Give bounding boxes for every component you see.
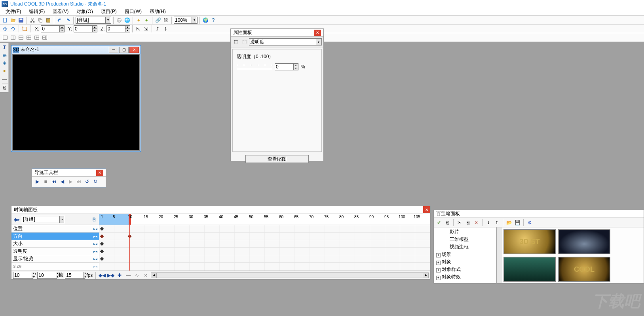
attribute-combo[interactable]: 透明度▾ bbox=[249, 38, 322, 45]
undo-icon[interactable] bbox=[56, 17, 63, 24]
tr-copy-icon[interactable]: ⎘ bbox=[464, 219, 471, 226]
graph-b-icon[interactable]: ⤵ bbox=[162, 25, 169, 32]
save-icon[interactable] bbox=[17, 17, 25, 24]
prop-row-opacity[interactable]: 透明度▸◂ bbox=[11, 248, 99, 255]
scale-icon[interactable] bbox=[21, 25, 28, 32]
scroll-left-icon[interactable]: ◀ bbox=[151, 273, 157, 278]
menu-file[interactable]: 文件(F) bbox=[2, 8, 25, 16]
viewport-canvas[interactable] bbox=[12, 54, 140, 151]
tree-item-3dmodel[interactable]: 三维模型 bbox=[434, 236, 496, 243]
maximize-button[interactable]: ▢ bbox=[119, 47, 129, 53]
align-b-icon[interactable]: ⇲ bbox=[142, 25, 150, 32]
tree-scrollbar[interactable] bbox=[496, 227, 502, 283]
tree-item-movie[interactable]: 影片 bbox=[434, 228, 496, 236]
prop-row-showhide[interactable]: 显示/隐藏▸◂ bbox=[11, 255, 99, 263]
globe-icon[interactable] bbox=[116, 17, 123, 24]
loop-back-icon[interactable]: ↺ bbox=[84, 178, 91, 185]
thumbnail-item[interactable]: 3D ST bbox=[503, 229, 556, 254]
link-icon[interactable]: 🔗 bbox=[154, 17, 161, 24]
tl-curve-b-icon[interactable]: ⤨ bbox=[142, 272, 149, 279]
tr-open-folder-icon[interactable]: 📂 bbox=[505, 219, 513, 226]
opacity-input[interactable]: ▲▼ bbox=[275, 63, 298, 70]
copy-icon[interactable] bbox=[37, 17, 44, 24]
cut-icon[interactable] bbox=[29, 17, 36, 24]
align-a-icon[interactable]: ⇱ bbox=[135, 25, 142, 32]
paste-icon[interactable] bbox=[45, 17, 52, 24]
timeline-close-icon[interactable]: ✕ bbox=[423, 206, 430, 213]
first-frame-icon[interactable]: ⏮ bbox=[50, 178, 57, 185]
menu-view[interactable]: 查看(V) bbox=[49, 8, 72, 16]
scroll-right-icon[interactable]: ▶ bbox=[423, 273, 428, 278]
prop-row-scale[interactable]: 大小▸◂ bbox=[11, 240, 99, 248]
thumbnail-item[interactable] bbox=[558, 229, 610, 254]
apply-icon[interactable]: ✔ bbox=[435, 219, 443, 226]
layout-3-icon[interactable] bbox=[17, 34, 25, 41]
play-icon[interactable]: ▶ bbox=[34, 178, 41, 185]
z-input[interactable]: ▲▼ bbox=[106, 25, 130, 32]
redo-icon[interactable] bbox=[64, 17, 71, 24]
medal-green-icon[interactable]: ● bbox=[143, 17, 150, 24]
add-item-icon[interactable]: ⎘ bbox=[444, 219, 451, 226]
web-icon[interactable]: 🌍 bbox=[202, 17, 209, 24]
tr-import-icon[interactable]: ⤓ bbox=[485, 219, 492, 226]
x-input[interactable]: ▲▼ bbox=[41, 25, 65, 32]
rect-tool-icon[interactable]: ▬ bbox=[1, 75, 8, 82]
group-combo[interactable]: [群组]▾ bbox=[76, 17, 111, 24]
close-button[interactable]: ✕ bbox=[129, 47, 139, 53]
timeline-scrollbar[interactable]: ◀ ▶ bbox=[151, 272, 429, 278]
last-frame-icon[interactable]: ⏭ bbox=[75, 178, 82, 185]
import-tool-icon[interactable]: ⎘ bbox=[1, 84, 8, 91]
frame-current-input[interactable]: ▲▼ bbox=[13, 272, 33, 279]
fps-input[interactable]: ▲▼ bbox=[65, 272, 85, 279]
tl-del-key-icon[interactable]: — bbox=[125, 272, 132, 279]
zoom-combo[interactable]: 100%▾ bbox=[174, 17, 198, 24]
layout-6-icon[interactable] bbox=[41, 34, 48, 41]
new-file-icon[interactable] bbox=[2, 17, 9, 24]
timeline-group-combo[interactable]: [群组]▾ bbox=[22, 216, 65, 223]
tl-collapse-icon[interactable]: ◆▸ bbox=[13, 216, 20, 223]
thumbnail-item[interactable] bbox=[503, 257, 556, 282]
tr-cut-icon[interactable]: ✂ bbox=[456, 219, 463, 226]
chain-icon[interactable]: ⛓ bbox=[162, 17, 169, 24]
tl-add-key-icon[interactable]: ✚ bbox=[116, 272, 123, 279]
attr-prev-icon[interactable]: ⬚ bbox=[232, 38, 239, 45]
tr-settings-icon[interactable]: ⚙ bbox=[526, 219, 533, 226]
loop-fwd-icon[interactable]: ↻ bbox=[92, 178, 99, 185]
menu-project[interactable]: 项目(P) bbox=[97, 8, 121, 16]
menu-edit[interactable]: 编辑(E) bbox=[25, 8, 49, 16]
graph-a-icon[interactable]: ⤴ bbox=[154, 25, 161, 32]
medal-yellow-icon[interactable]: ● bbox=[135, 17, 142, 24]
help-icon[interactable]: ? bbox=[210, 17, 217, 24]
thumbnail-item[interactable]: COOL bbox=[558, 257, 610, 282]
tr-delete-icon[interactable]: ✕ bbox=[473, 219, 480, 226]
treasure-tree[interactable]: 影片 三维模型 视频边框 场景 对象 对象样式 对象特效 bbox=[434, 227, 496, 283]
sphere-tool-icon[interactable]: ● bbox=[1, 67, 8, 74]
nav-toolbar-close-icon[interactable]: ✕ bbox=[96, 170, 103, 176]
menu-object[interactable]: 对象(O) bbox=[72, 8, 97, 16]
rotate-icon[interactable] bbox=[9, 25, 17, 32]
move-icon[interactable] bbox=[2, 25, 9, 32]
attr-next-icon[interactable]: ⬚ bbox=[241, 38, 248, 45]
tl-key-next-icon[interactable]: ▶◆ bbox=[107, 272, 114, 279]
frame-total-input[interactable]: ▲▼ bbox=[37, 272, 57, 279]
prev-frame-icon[interactable]: ◀ bbox=[59, 178, 66, 185]
menu-window[interactable]: 窗口(W) bbox=[121, 8, 146, 16]
shape-tool-icon[interactable]: ◈ bbox=[1, 59, 8, 66]
y-input[interactable]: ▲▼ bbox=[74, 25, 97, 32]
opacity-slider[interactable] bbox=[237, 64, 272, 69]
prop-row-size[interactable]: size▸◂ bbox=[11, 263, 99, 270]
prop-row-direction[interactable]: 方向▸◂ bbox=[11, 233, 99, 240]
document-titlebar[interactable]: 3D 未命名-1 ─ ▢ ✕ bbox=[11, 45, 141, 54]
globe-down-icon[interactable]: 🌐 bbox=[123, 17, 131, 24]
tree-item-objstyle[interactable]: 对象样式 bbox=[434, 266, 496, 273]
timeline-ruler[interactable]: 1 5 10 15 20 25 30 35 40 45 50 55 60 65 … bbox=[99, 214, 430, 225]
tree-item-objfx[interactable]: 对象特效 bbox=[434, 273, 496, 281]
tl-key-prev-icon[interactable]: ◆◀ bbox=[99, 272, 106, 279]
stop-icon[interactable]: ■ bbox=[42, 178, 49, 185]
layout-1-icon[interactable] bbox=[2, 34, 9, 41]
view-thumbnail-button[interactable]: 查看缩图 bbox=[245, 155, 309, 163]
prop-row-position[interactable]: 位置▸◂ bbox=[11, 225, 99, 233]
path-tool-icon[interactable]: ᵯ bbox=[1, 51, 8, 59]
minimize-button[interactable]: ─ bbox=[109, 47, 118, 53]
tl-curve-a-icon[interactable]: ∿ bbox=[133, 272, 141, 279]
